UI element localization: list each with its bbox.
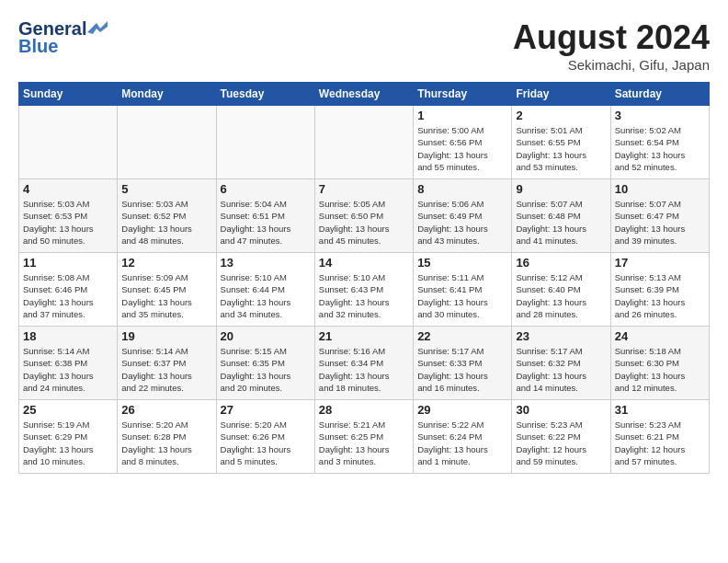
- calendar-cell: 10Sunrise: 5:07 AM Sunset: 6:47 PM Dayli…: [610, 179, 709, 253]
- day-of-week-header: Monday: [118, 83, 216, 106]
- calendar-cell: [19, 106, 118, 179]
- calendar-header-row: SundayMondayTuesdayWednesdayThursdayFrid…: [19, 83, 710, 106]
- cell-daylight-info: Sunrise: 5:03 AM Sunset: 6:52 PM Dayligh…: [121, 198, 211, 247]
- calendar-cell: 23Sunrise: 5:17 AM Sunset: 6:32 PM Dayli…: [512, 327, 610, 400]
- day-number: 29: [417, 403, 507, 417]
- day-number: 26: [121, 403, 211, 417]
- day-of-week-header: Saturday: [610, 83, 709, 106]
- day-of-week-header: Tuesday: [216, 83, 314, 106]
- day-number: 17: [615, 256, 705, 270]
- day-number: 18: [23, 329, 113, 343]
- logo: General Blue: [18, 18, 108, 57]
- cell-daylight-info: Sunrise: 5:19 AM Sunset: 6:29 PM Dayligh…: [23, 419, 113, 467]
- day-number: 11: [23, 256, 113, 270]
- day-number: 21: [319, 329, 409, 343]
- calendar-cell: 31Sunrise: 5:23 AM Sunset: 6:21 PM Dayli…: [610, 400, 709, 474]
- day-number: 20: [221, 329, 311, 343]
- cell-daylight-info: Sunrise: 5:08 AM Sunset: 6:46 PM Dayligh…: [23, 271, 113, 320]
- cell-daylight-info: Sunrise: 5:04 AM Sunset: 6:51 PM Dayligh…: [221, 198, 311, 247]
- day-number: 13: [221, 256, 311, 270]
- calendar-cell: 25Sunrise: 5:19 AM Sunset: 6:29 PM Dayli…: [19, 400, 118, 474]
- cell-daylight-info: Sunrise: 5:14 AM Sunset: 6:38 PM Dayligh…: [23, 345, 113, 394]
- calendar-week-row: 4Sunrise: 5:03 AM Sunset: 6:53 PM Daylig…: [19, 179, 710, 253]
- calendar-cell: 30Sunrise: 5:23 AM Sunset: 6:22 PM Dayli…: [512, 400, 610, 474]
- cell-daylight-info: Sunrise: 5:13 AM Sunset: 6:39 PM Dayligh…: [615, 271, 705, 320]
- calendar-cell: 27Sunrise: 5:20 AM Sunset: 6:26 PM Dayli…: [216, 400, 314, 474]
- cell-daylight-info: Sunrise: 5:23 AM Sunset: 6:22 PM Dayligh…: [516, 419, 606, 467]
- calendar-cell: 21Sunrise: 5:16 AM Sunset: 6:34 PM Dayli…: [314, 327, 413, 400]
- day-number: 10: [615, 182, 705, 196]
- day-number: 27: [221, 403, 311, 417]
- calendar-cell: 5Sunrise: 5:03 AM Sunset: 6:52 PM Daylig…: [118, 179, 216, 253]
- calendar-cell: 13Sunrise: 5:10 AM Sunset: 6:44 PM Dayli…: [216, 253, 314, 327]
- cell-daylight-info: Sunrise: 5:14 AM Sunset: 6:37 PM Dayligh…: [121, 345, 211, 394]
- calendar-cell: 6Sunrise: 5:04 AM Sunset: 6:51 PM Daylig…: [216, 179, 314, 253]
- svg-marker-0: [87, 21, 108, 34]
- cell-daylight-info: Sunrise: 5:01 AM Sunset: 6:55 PM Dayligh…: [516, 124, 606, 173]
- location-subtitle: Sekimachi, Gifu, Japan: [513, 57, 710, 73]
- cell-daylight-info: Sunrise: 5:10 AM Sunset: 6:44 PM Dayligh…: [221, 271, 311, 320]
- day-of-week-header: Friday: [512, 83, 610, 106]
- day-number: 28: [319, 403, 409, 417]
- cell-daylight-info: Sunrise: 5:10 AM Sunset: 6:43 PM Dayligh…: [319, 271, 409, 320]
- day-number: 25: [23, 403, 113, 417]
- day-of-week-header: Thursday: [414, 83, 512, 106]
- cell-daylight-info: Sunrise: 5:21 AM Sunset: 6:25 PM Dayligh…: [319, 419, 409, 467]
- calendar-cell: 14Sunrise: 5:10 AM Sunset: 6:43 PM Dayli…: [314, 253, 413, 327]
- day-number: 23: [516, 329, 606, 343]
- cell-daylight-info: Sunrise: 5:02 AM Sunset: 6:54 PM Dayligh…: [615, 124, 705, 173]
- calendar-week-row: 11Sunrise: 5:08 AM Sunset: 6:46 PM Dayli…: [19, 253, 710, 327]
- calendar-week-row: 18Sunrise: 5:14 AM Sunset: 6:38 PM Dayli…: [19, 327, 710, 400]
- day-number: 8: [417, 182, 507, 196]
- calendar-cell: 7Sunrise: 5:05 AM Sunset: 6:50 PM Daylig…: [314, 179, 413, 253]
- calendar-cell: 4Sunrise: 5:03 AM Sunset: 6:53 PM Daylig…: [19, 179, 118, 253]
- cell-daylight-info: Sunrise: 5:20 AM Sunset: 6:28 PM Dayligh…: [121, 419, 211, 467]
- calendar-cell: 11Sunrise: 5:08 AM Sunset: 6:46 PM Dayli…: [19, 253, 118, 327]
- day-number: 4: [23, 182, 113, 196]
- calendar-cell: 2Sunrise: 5:01 AM Sunset: 6:55 PM Daylig…: [512, 106, 610, 179]
- day-of-week-header: Wednesday: [314, 83, 413, 106]
- cell-daylight-info: Sunrise: 5:07 AM Sunset: 6:48 PM Dayligh…: [516, 198, 606, 247]
- cell-daylight-info: Sunrise: 5:11 AM Sunset: 6:41 PM Dayligh…: [417, 271, 507, 320]
- calendar-cell: 19Sunrise: 5:14 AM Sunset: 6:37 PM Dayli…: [118, 327, 216, 400]
- calendar-table: SundayMondayTuesdayWednesdayThursdayFrid…: [18, 82, 710, 474]
- calendar-cell: 26Sunrise: 5:20 AM Sunset: 6:28 PM Dayli…: [118, 400, 216, 474]
- calendar-cell: 8Sunrise: 5:06 AM Sunset: 6:49 PM Daylig…: [414, 179, 512, 253]
- day-number: 22: [417, 329, 507, 343]
- cell-daylight-info: Sunrise: 5:12 AM Sunset: 6:40 PM Dayligh…: [516, 271, 606, 320]
- day-number: 6: [221, 182, 311, 196]
- cell-daylight-info: Sunrise: 5:22 AM Sunset: 6:24 PM Dayligh…: [417, 419, 507, 467]
- calendar-cell: 1Sunrise: 5:00 AM Sunset: 6:56 PM Daylig…: [414, 106, 512, 179]
- logo-blue: Blue: [18, 36, 58, 57]
- month-title: August 2024: [513, 18, 710, 57]
- calendar-cell: 20Sunrise: 5:15 AM Sunset: 6:35 PM Dayli…: [216, 327, 314, 400]
- calendar-cell: 9Sunrise: 5:07 AM Sunset: 6:48 PM Daylig…: [512, 179, 610, 253]
- cell-daylight-info: Sunrise: 5:05 AM Sunset: 6:50 PM Dayligh…: [319, 198, 409, 247]
- cell-daylight-info: Sunrise: 5:06 AM Sunset: 6:49 PM Dayligh…: [417, 198, 507, 247]
- calendar-cell: 17Sunrise: 5:13 AM Sunset: 6:39 PM Dayli…: [610, 253, 709, 327]
- calendar-cell: 28Sunrise: 5:21 AM Sunset: 6:25 PM Dayli…: [314, 400, 413, 474]
- calendar-week-row: 1Sunrise: 5:00 AM Sunset: 6:56 PM Daylig…: [19, 106, 710, 179]
- cell-daylight-info: Sunrise: 5:03 AM Sunset: 6:53 PM Dayligh…: [23, 198, 113, 247]
- cell-daylight-info: Sunrise: 5:07 AM Sunset: 6:47 PM Dayligh…: [615, 198, 705, 247]
- calendar-cell: 22Sunrise: 5:17 AM Sunset: 6:33 PM Dayli…: [414, 327, 512, 400]
- day-number: 15: [417, 256, 507, 270]
- calendar-cell: 3Sunrise: 5:02 AM Sunset: 6:54 PM Daylig…: [610, 106, 709, 179]
- day-number: 9: [516, 182, 606, 196]
- calendar-cell: [314, 106, 413, 179]
- calendar-cell: [216, 106, 314, 179]
- calendar-cell: 16Sunrise: 5:12 AM Sunset: 6:40 PM Dayli…: [512, 253, 610, 327]
- calendar-cell: 18Sunrise: 5:14 AM Sunset: 6:38 PM Dayli…: [19, 327, 118, 400]
- day-number: 5: [121, 182, 211, 196]
- day-number: 24: [615, 329, 705, 343]
- cell-daylight-info: Sunrise: 5:18 AM Sunset: 6:30 PM Dayligh…: [615, 345, 705, 394]
- day-number: 30: [516, 403, 606, 417]
- cell-daylight-info: Sunrise: 5:23 AM Sunset: 6:21 PM Dayligh…: [615, 419, 705, 467]
- calendar-week-row: 25Sunrise: 5:19 AM Sunset: 6:29 PM Dayli…: [19, 400, 710, 474]
- title-area: August 2024 Sekimachi, Gifu, Japan: [513, 18, 710, 73]
- day-number: 14: [319, 256, 409, 270]
- day-of-week-header: Sunday: [19, 83, 118, 106]
- logo-bird-icon: [87, 21, 108, 36]
- cell-daylight-info: Sunrise: 5:09 AM Sunset: 6:45 PM Dayligh…: [121, 271, 211, 320]
- day-number: 12: [121, 256, 211, 270]
